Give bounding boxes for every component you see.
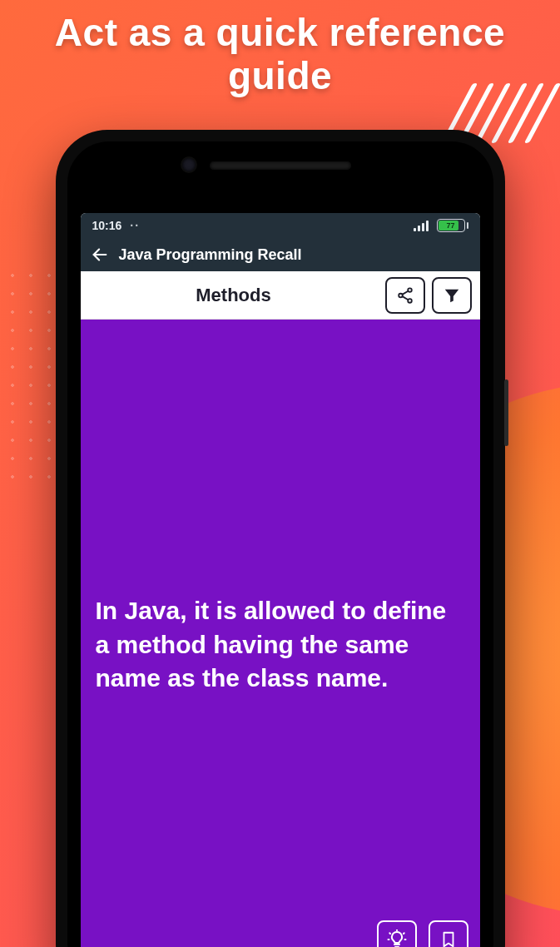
status-bar: 10:16 ·· 77 (81, 213, 480, 238)
app-screen: 10:16 ·· 77 (81, 213, 480, 947)
flashcard-actions (377, 920, 468, 947)
phone-camera (182, 158, 196, 171)
signal-icon (414, 220, 429, 231)
promo-stage: Act as a quick reference guide 10:16 ·· (0, 0, 560, 947)
arrow-left-icon (91, 245, 109, 264)
app-bar: Java Programming Recall (81, 238, 480, 271)
battery-percent: 77 (438, 220, 464, 231)
status-time: 10:16 (92, 219, 122, 232)
phone-frame: 10:16 ·· 77 (56, 130, 505, 947)
flashcard[interactable]: In Java, it is allowed to define a metho… (81, 320, 480, 947)
status-notification-dots: ·· (130, 219, 140, 232)
phone-speaker (210, 161, 351, 170)
flashcard-text: In Java, it is allowed to define a metho… (96, 594, 465, 696)
app-title: Java Programming Recall (119, 246, 302, 264)
phone-inner: 10:16 ·· 77 (67, 141, 493, 947)
svg-line-4 (402, 290, 408, 294)
svg-line-8 (404, 933, 404, 934)
filter-button[interactable] (432, 277, 472, 314)
lightbulb-icon (387, 930, 407, 947)
funnel-icon (443, 286, 461, 305)
svg-line-5 (402, 296, 408, 300)
battery-icon: 77 (437, 219, 468, 232)
back-button[interactable] (91, 245, 109, 264)
promo-headline: Act as a quick reference guide (0, 0, 560, 97)
bookmark-button[interactable] (429, 920, 468, 947)
bookmark-icon (439, 930, 458, 947)
hint-button[interactable] (377, 920, 417, 947)
svg-line-7 (389, 933, 390, 934)
topic-label: Methods (89, 285, 379, 306)
share-icon (396, 286, 414, 305)
share-button[interactable] (385, 277, 425, 314)
topic-bar: Methods (81, 271, 480, 320)
phone-side-button (504, 379, 508, 446)
